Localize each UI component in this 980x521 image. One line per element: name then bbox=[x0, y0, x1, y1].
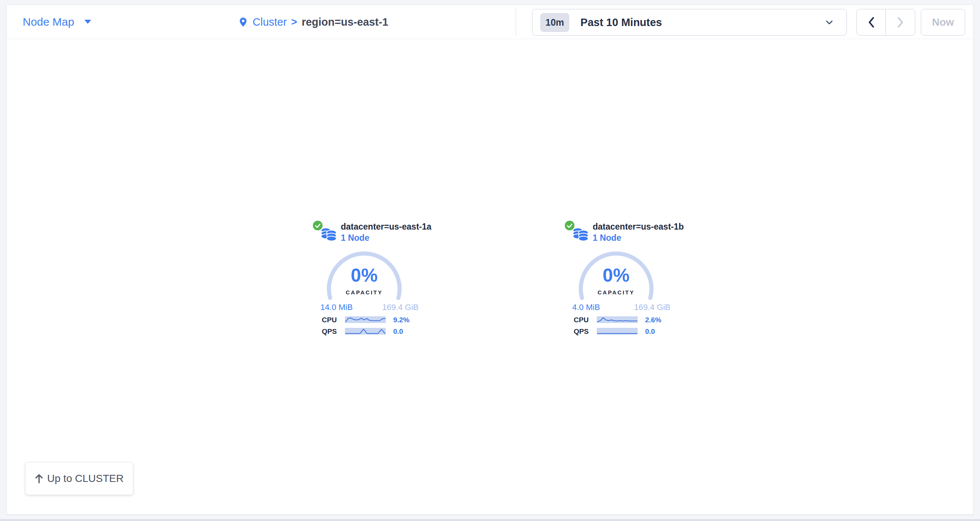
database-stack-icon bbox=[572, 227, 589, 243]
capacity-percent: 0% bbox=[577, 264, 655, 286]
chevron-left-icon bbox=[867, 16, 875, 28]
now-button[interactable]: Now bbox=[921, 9, 965, 36]
capacity-total: 169.4 GiB bbox=[634, 303, 670, 312]
top-bar: Node Map Cluster > region=us-east-1 10m … bbox=[7, 5, 973, 39]
time-window-label: Past 10 Minutes bbox=[581, 16, 662, 29]
qps-value: 0.0 bbox=[645, 328, 655, 336]
datacenter-node-count: 1 Node bbox=[593, 233, 621, 243]
cpu-sparkline bbox=[597, 316, 638, 323]
qps-label: QPS bbox=[322, 328, 343, 336]
qps-value: 0.0 bbox=[393, 328, 403, 336]
qps-metric-row: QPS 0.0 bbox=[316, 328, 420, 336]
capacity-values: 4.0 MiB 169.4 GiB bbox=[572, 303, 670, 312]
capacity-label: CAPACITY bbox=[577, 289, 655, 295]
chevron-right-icon bbox=[896, 16, 904, 28]
breadcrumb: Cluster > region=us-east-1 bbox=[238, 16, 388, 28]
qps-sparkline bbox=[345, 328, 386, 335]
qps-label: QPS bbox=[574, 328, 595, 336]
up-to-cluster-label: Up to CLUSTER bbox=[47, 473, 124, 484]
cpu-value: 9.2% bbox=[393, 316, 409, 324]
capacity-label: CAPACITY bbox=[325, 289, 403, 295]
view-selector-dropdown[interactable]: Node Map bbox=[23, 16, 91, 28]
topbar-divider bbox=[515, 8, 516, 36]
capacity-used: 14.0 MiB bbox=[320, 303, 353, 312]
breadcrumb-cluster-link[interactable]: Cluster bbox=[253, 16, 287, 28]
datacenter-name: datacenter=us-east-1b bbox=[593, 222, 684, 232]
cpu-metric-row: CPU 2.6% bbox=[568, 316, 672, 324]
caret-down-icon bbox=[84, 20, 91, 24]
cpu-sparkline bbox=[345, 316, 386, 323]
capacity-used: 4.0 MiB bbox=[572, 303, 600, 312]
time-window-badge: 10m bbox=[540, 13, 569, 32]
capacity-total: 169.4 GiB bbox=[382, 303, 418, 312]
cpu-metric-row: CPU 9.2% bbox=[316, 316, 420, 324]
arrow-up-icon bbox=[35, 474, 43, 483]
datacenter-card-us-east-1b[interactable]: datacenter=us-east-1b 1 Node 0% CAPACITY… bbox=[568, 219, 694, 342]
capacity-percent: 0% bbox=[325, 264, 403, 286]
datacenter-card-us-east-1a[interactable]: datacenter=us-east-1a 1 Node 0% CAPACITY… bbox=[316, 219, 442, 342]
location-pin-icon bbox=[238, 16, 248, 28]
chevron-down-icon bbox=[826, 20, 833, 25]
qps-metric-row: QPS 0.0 bbox=[568, 328, 672, 336]
breadcrumb-separator: > bbox=[291, 16, 297, 27]
cpu-value: 2.6% bbox=[645, 316, 661, 324]
breadcrumb-current: region=us-east-1 bbox=[302, 16, 388, 28]
datacenter-name: datacenter=us-east-1a bbox=[341, 222, 431, 232]
up-to-cluster-button[interactable]: Up to CLUSTER bbox=[25, 462, 133, 495]
datacenter-node-count: 1 Node bbox=[341, 233, 369, 243]
database-stack-icon bbox=[320, 227, 337, 243]
cpu-label: CPU bbox=[574, 316, 595, 324]
nodemap-panel: Node Map Cluster > region=us-east-1 10m … bbox=[6, 5, 974, 515]
time-next-button[interactable] bbox=[886, 9, 915, 35]
time-prev-button[interactable] bbox=[857, 9, 886, 35]
qps-sparkline bbox=[597, 328, 638, 335]
time-window-dropdown[interactable]: 10m Past 10 Minutes bbox=[532, 9, 847, 36]
view-selector-label: Node Map bbox=[23, 16, 74, 28]
cpu-label: CPU bbox=[322, 316, 343, 324]
time-step-buttons bbox=[856, 9, 915, 36]
window-bottom-edge bbox=[0, 519, 980, 521]
capacity-values: 14.0 MiB 169.4 GiB bbox=[320, 303, 418, 312]
